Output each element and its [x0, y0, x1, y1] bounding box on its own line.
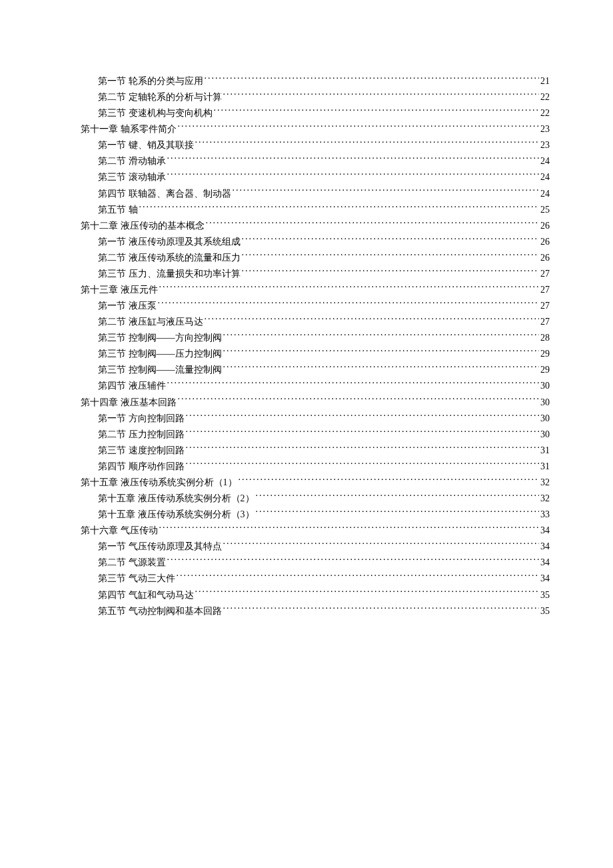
toc-entry-page: 30: [540, 427, 550, 443]
toc-entry[interactable]: 第三节 控制阀——流量控制阀29: [63, 362, 550, 378]
toc-entry-title: 第三节 气动三大件: [98, 571, 175, 587]
toc-entry-title: 第十五章 液压传动系统实例分析（2）: [98, 491, 255, 507]
toc-entry-page: 31: [540, 443, 550, 459]
toc-entry-title: 第十一章 轴系零件简介: [81, 121, 177, 137]
toc-entry[interactable]: 第四节 气缸和气动马达35: [63, 587, 550, 603]
toc-dot-leader: [242, 235, 540, 245]
toc-entry[interactable]: 第一节 方向控制回路30: [63, 411, 550, 427]
toc-entry-page: 35: [540, 603, 550, 619]
toc-entry[interactable]: 第三节 控制阀——压力控制阀29: [63, 346, 550, 362]
toc-entry-title: 第二节 滑动轴承: [98, 153, 166, 169]
toc-entry[interactable]: 第一节 键、销及其联接23: [63, 137, 550, 153]
toc-entry-page: 29: [540, 362, 550, 378]
toc-dot-leader: [158, 299, 540, 309]
toc-entry-title: 第一节 液压传动原理及其系统组成: [98, 234, 241, 250]
toc-entry-title: 第二节 液压传动系统的流量和压力: [98, 250, 241, 266]
toc-dot-leader: [159, 283, 540, 293]
toc-entry-page: 26: [540, 234, 550, 250]
toc-entry[interactable]: 第二节 压力控制回路30: [63, 427, 550, 443]
toc-entry[interactable]: 第三节 压力、流量损失和功率计算27: [63, 266, 550, 282]
toc-entry-page: 26: [540, 218, 550, 234]
toc-dot-leader: [206, 219, 540, 229]
toc-entry[interactable]: 第五节 气动控制阀和基本回路35: [63, 603, 550, 619]
toc-entry[interactable]: 第四节 顺序动作回路31: [63, 459, 550, 475]
toc-entry[interactable]: 第二节 定轴轮系的分析与计算22: [63, 89, 550, 105]
toc-entry[interactable]: 第一节 气压传动原理及其特点34: [63, 539, 550, 555]
toc-entry[interactable]: 第四节 液压辅件30: [63, 378, 550, 394]
toc-dot-leader: [167, 171, 540, 180]
toc-entry-page: 34: [540, 539, 550, 555]
toc-entry-title: 第一节 方向控制回路: [98, 411, 185, 427]
toc-entry-page: 31: [540, 459, 550, 475]
toc-dot-leader: [214, 107, 540, 116]
toc-entry-title: 第十三章 液压元件: [81, 282, 158, 298]
toc-entry-page: 29: [540, 346, 550, 362]
toc-entry[interactable]: 第一节 轮系的分类与应用21: [63, 73, 550, 89]
toc-entry-page: 22: [540, 89, 550, 105]
toc-entry-title: 第十五章 液压传动系统实例分析（1）: [81, 475, 237, 491]
toc-dot-leader: [178, 396, 540, 405]
toc-entry-page: 27: [540, 266, 550, 282]
toc-entry[interactable]: 第一节 液压泵27: [63, 298, 550, 314]
table-of-contents: 第一节 轮系的分类与应用21第二节 定轴轮系的分析与计算22第三节 变速机构与变…: [63, 73, 550, 619]
toc-entry[interactable]: 第二节 液压缸与液压马达27: [63, 314, 550, 330]
toc-dot-leader: [159, 524, 540, 533]
toc-dot-leader: [242, 251, 540, 261]
toc-entry[interactable]: 第一节 液压传动原理及其系统组成26: [63, 234, 550, 250]
toc-dot-leader: [167, 379, 540, 389]
toc-entry-title: 第二节 压力控制回路: [98, 427, 185, 443]
toc-entry[interactable]: 第四节 联轴器、离合器、制动器24: [63, 186, 550, 202]
toc-entry[interactable]: 第三节 速度控制回路31: [63, 443, 550, 459]
toc-entry-page: 23: [540, 121, 550, 137]
toc-entry[interactable]: 第十五章 液压传动系统实例分析（3）33: [63, 507, 550, 523]
toc-entry-page: 23: [540, 137, 550, 153]
toc-entry-page: 32: [540, 475, 550, 491]
toc-entry-title: 第四节 联轴器、离合器、制动器: [98, 186, 231, 202]
toc-entry-title: 第一节 键、销及其联接: [98, 137, 194, 153]
toc-dot-leader: [205, 75, 540, 84]
toc-dot-leader: [177, 572, 540, 581]
toc-entry-title: 第十五章 液压传动系统实例分析（3）: [98, 507, 255, 523]
toc-entry[interactable]: 第二节 液压传动系统的流量和压力26: [63, 250, 550, 266]
toc-entry-page: 34: [540, 571, 550, 587]
toc-entry[interactable]: 第十一章 轴系零件简介23: [63, 121, 550, 137]
toc-entry[interactable]: 第三节 滚动轴承24: [63, 169, 550, 185]
toc-entry[interactable]: 第十六章 气压传动34: [63, 523, 550, 539]
toc-dot-leader: [195, 589, 540, 598]
toc-dot-leader: [223, 331, 540, 341]
toc-entry[interactable]: 第二节 气源装置34: [63, 555, 550, 571]
toc-entry-title: 第三节 压力、流量损失和功率计算: [98, 266, 241, 282]
toc-entry-page: 24: [540, 153, 550, 169]
toc-dot-leader: [186, 412, 540, 421]
toc-dot-leader: [223, 91, 540, 100]
toc-entry[interactable]: 第五节 轴25: [63, 202, 550, 218]
toc-entry-page: 30: [540, 395, 550, 411]
toc-dot-leader: [186, 444, 540, 453]
toc-dot-leader: [242, 267, 540, 277]
toc-entry-title: 第三节 速度控制回路: [98, 443, 185, 459]
toc-entry-title: 第四节 气缸和气动马达: [98, 587, 194, 603]
toc-entry-title: 第四节 液压辅件: [98, 378, 166, 394]
toc-entry[interactable]: 第十二章 液压传动的基本概念26: [63, 218, 550, 234]
toc-entry[interactable]: 第十五章 液压传动系统实例分析（1）32: [63, 475, 550, 491]
toc-entry-title: 第三节 控制阀——压力控制阀: [98, 346, 222, 362]
toc-entry[interactable]: 第三节 控制阀——方向控制阀28: [63, 330, 550, 346]
toc-entry-page: 34: [540, 555, 550, 571]
toc-entry-title: 第二节 液压缸与液压马达: [98, 314, 203, 330]
toc-dot-leader: [239, 476, 540, 485]
toc-dot-leader: [167, 556, 540, 565]
toc-entry-page: 27: [540, 282, 550, 298]
toc-entry[interactable]: 第十五章 液压传动系统实例分析（2）32: [63, 491, 550, 507]
toc-entry-page: 22: [540, 105, 550, 121]
toc-entry[interactable]: 第二节 滑动轴承24: [63, 153, 550, 169]
toc-entry-title: 第三节 变速机构与变向机构: [98, 105, 213, 121]
toc-dot-leader: [186, 428, 540, 437]
toc-entry[interactable]: 第三节 变速机构与变向机构22: [63, 105, 550, 121]
toc-dot-leader: [223, 540, 540, 549]
toc-entry[interactable]: 第十四章 液压基本回路30: [63, 395, 550, 411]
toc-entry-title: 第十四章 液压基本回路: [81, 395, 177, 411]
toc-entry[interactable]: 第三节 气动三大件34: [63, 571, 550, 587]
toc-entry-page: 27: [540, 298, 550, 314]
toc-entry[interactable]: 第十三章 液压元件27: [63, 282, 550, 298]
toc-dot-leader: [178, 123, 540, 132]
